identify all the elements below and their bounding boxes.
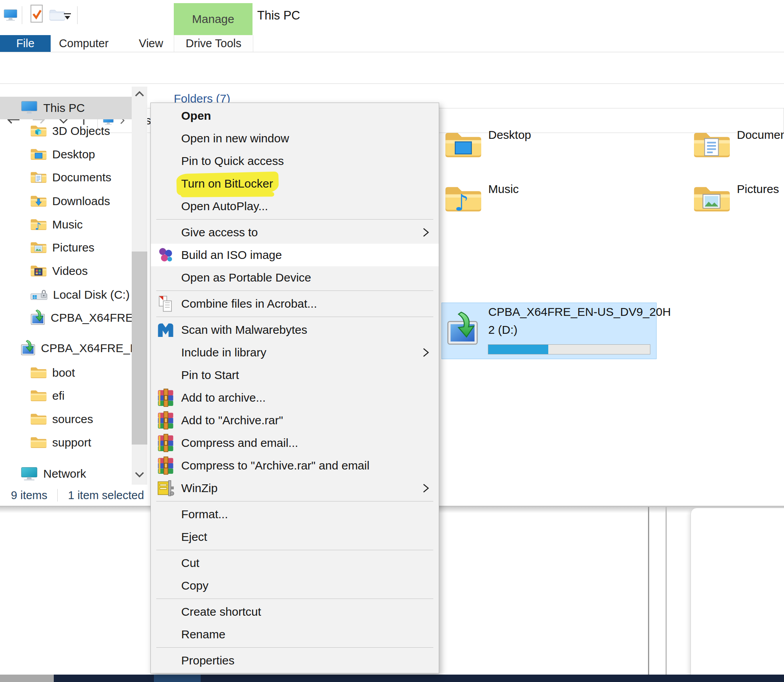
tab-view[interactable]: View [127,35,175,52]
scrollbar-up-icon[interactable] [134,90,145,97]
folder-desktop-icon [30,147,47,162]
ribbon-tabs: File Computer View Drive Tools [0,35,784,52]
sidebar-item-3d-objects[interactable]: 3D Objects [0,120,132,142]
menu-item-build-iso-image[interactable]: Build an ISO image [151,244,439,266]
menu-item-pin-to-start[interactable]: Pin to Start [151,364,439,386]
submenu-arrow-icon [422,347,429,358]
tab-manage[interactable]: Manage [174,3,253,35]
background-window-edge [666,507,667,675]
menu-item-label: Compress to "Archive.rar" and email [181,459,369,472]
menu-item-winzip[interactable]: WinZip [151,477,439,500]
menu-item-label: Cut [181,556,200,570]
menu-item-turn-on-bitlocker[interactable]: Turn on BitLocker [151,172,439,195]
winrar-icon [156,456,175,475]
sidebar-item-this-pc[interactable]: This PC [0,97,132,119]
iso-builder-icon [156,246,175,264]
sidebar-item-label: Downloads [52,195,110,208]
tile-label: Music [488,182,519,196]
sidebar-item-boot[interactable]: boot [0,361,132,384]
sidebar-item-label: Documents [52,171,111,184]
menu-item-copy[interactable]: Copy [151,574,439,597]
tile-documents[interactable]: Documents [692,127,784,174]
folder-3d-icon [30,124,47,138]
sidebar-item-efi[interactable]: efi [0,384,132,407]
background-window-edge [648,507,649,675]
scrollbar-thumb[interactable] [132,252,147,445]
window-title: This PC [257,9,300,23]
title-bar: Manage This PC [0,0,784,35]
address-bar-border [0,83,784,84]
scrollbar-down-icon[interactable] [134,471,145,478]
local-disk-icon [30,287,48,302]
submenu-arrow-icon [422,483,429,494]
winrar-icon [156,434,175,452]
sidebar-item-drive-d[interactable]: CPBA_X64FRE_EN-US_DV9_20H2 (D:) [0,306,132,329]
properties-check-icon[interactable] [30,5,44,23]
acrobat-icon [156,294,175,313]
drive-usage-bar [488,344,650,354]
sidebar-item-videos[interactable]: Videos [0,260,132,282]
sidebar-item-pictures[interactable]: Pictures [0,236,132,259]
menu-item-open-as-portable-device[interactable]: Open as Portable Device [151,266,439,289]
menu-item-rename[interactable]: Rename [151,623,439,646]
menu-item-eject[interactable]: Eject [151,526,439,548]
menu-item-add-to-archive-rar[interactable]: Add to "Archive.rar" [151,409,439,432]
menu-item-add-to-archive[interactable]: Add to archive... [151,386,439,409]
iso-drive-icon [447,311,479,348]
sidebar-item-label: Local Disk (C:) [53,288,130,301]
winrar-icon [156,388,175,407]
menu-item-compress-and-email[interactable]: Compress and email... [151,432,439,454]
tile-desktop[interactable]: Desktop [444,127,584,174]
tile-label: Desktop [488,128,531,142]
tab-computer[interactable]: Computer [55,35,113,52]
menu-item-scan-with-malwarebytes[interactable]: Scan with Malwarebytes [151,319,439,341]
folder-music-icon [30,217,47,232]
sidebar-item-support[interactable]: support [0,431,132,454]
menu-item-cut[interactable]: Cut [151,552,439,574]
tile-music[interactable]: Music [444,181,584,228]
sidebar-item-sources[interactable]: sources [0,408,132,430]
tab-file[interactable]: File [0,35,51,52]
this-pc-window-icon [3,9,18,22]
taskbar[interactable] [0,675,784,682]
winzip-icon [156,479,175,498]
sidebar-item-documents[interactable]: Documents [0,166,132,189]
menu-item-properties[interactable]: Properties [151,649,439,672]
menu-item-include-in-library[interactable]: Include in library [151,341,439,364]
menu-item-open[interactable]: Open [151,105,439,127]
menu-item-label: Open as Portable Device [181,271,311,284]
sidebar-item-music[interactable]: Music [0,213,132,236]
sidebar-item-label: 3D Objects [52,124,110,138]
sidebar-item-local-disk-c[interactable]: Local Disk (C:) [0,283,132,306]
menu-item-label: Compress and email... [181,436,298,450]
tile-pictures[interactable]: Pictures [692,181,784,228]
sidebar-item-downloads[interactable]: Downloads [0,190,132,213]
sidebar-item-label: support [52,436,91,449]
address-bar-row: This PC [0,52,784,83]
menu-item-label: Pin to Start [181,368,239,382]
menu-item-label: Open [181,109,211,122]
sidebar-item-drive-d-root[interactable]: CPBA_X64FRE_EN-US_DV9_20H2 (D:) [0,337,132,360]
sidebar-item-label: sources [52,413,93,426]
sidebar-item-desktop[interactable]: Desktop [0,143,132,166]
toolbar-separator [22,6,22,24]
tab-drive-tools[interactable]: Drive Tools [174,35,253,52]
sidebar-item-label: CPBA_X64FRE_EN-US_DV9_20H2 (D:) [41,342,132,355]
menu-item-open-in-new-window[interactable]: Open in new window [151,127,439,150]
tile-drive-d-selected[interactable]: CPBA_X64FRE_EN-US_DV9_20H 2 (D:) [441,303,657,359]
computer-icon [20,100,38,116]
sidebar-item-label: Pictures [52,241,94,254]
drive-usage-fill [488,345,548,354]
menu-item-create-shortcut[interactable]: Create shortcut [151,601,439,623]
menu-item-compress-to-rar-and-email[interactable]: Compress to "Archive.rar" and email [151,454,439,477]
menu-item-combine-files-acrobat[interactable]: Combine files in Acrobat... [151,292,439,315]
menu-item-pin-to-quick-access[interactable]: Pin to Quick access [151,150,439,172]
menu-item-give-access-to[interactable]: Give access to [151,221,439,244]
menu-item-format[interactable]: Format... [151,503,439,526]
menu-item-label: Copy [181,579,208,592]
status-item-count: 9 items [11,489,47,502]
menu-item-open-autoplay[interactable]: Open AutoPlay... [151,195,439,218]
sidebar-item-network[interactable]: Network [0,462,132,485]
customize-toolbar-dropdown-icon[interactable] [62,12,72,20]
menu-item-label: Give access to [181,226,258,239]
